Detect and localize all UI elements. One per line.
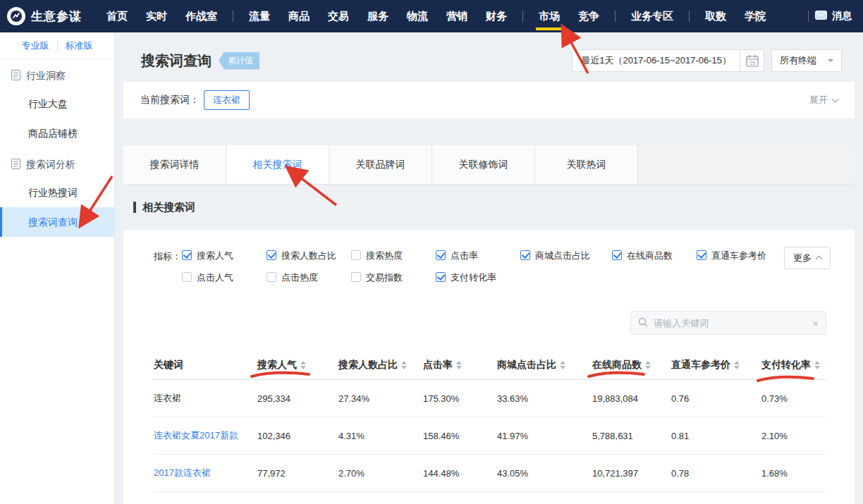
checkbox-icon: [697, 250, 706, 260]
sort-icon[interactable]: [814, 361, 820, 369]
sidebar-group-search-word-analysis[interactable]: 搜索词分析: [0, 152, 114, 178]
col-keyword: 关键词: [154, 359, 257, 371]
clear-icon[interactable]: ×: [812, 318, 819, 328]
metric-checkbox-click-popularity[interactable]: 点击人气: [182, 271, 267, 284]
nav-item-logistics[interactable]: 物流: [398, 0, 437, 32]
top-navigation: 生意参谋 首页 实时 作战室 流量 商品 交易 服务 物流 营销 财务 市场 竞…: [0, 0, 863, 32]
current-keyword-tag[interactable]: 连衣裙: [204, 90, 250, 110]
col-ztc-reference-price[interactable]: 直通车参考价: [671, 359, 761, 371]
nav-item-realtime[interactable]: 实时: [137, 0, 176, 32]
expand-button[interactable]: 展开: [809, 94, 838, 106]
nav-item-market[interactable]: 市场: [530, 0, 569, 32]
nav-item-traffic[interactable]: 流量: [240, 0, 279, 32]
metric-label: 搜索热度: [366, 250, 403, 262]
tab-related-modifier-words[interactable]: 关联修饰词: [432, 145, 535, 184]
metric-checkbox-online-products[interactable]: 在线商品数: [612, 250, 697, 262]
keyword-search-box: ×: [630, 311, 826, 335]
checkbox-icon: [182, 272, 192, 282]
nav-item-competition[interactable]: 竞争: [569, 0, 608, 32]
nav-item-war-room[interactable]: 作战室: [176, 0, 226, 32]
metric-checkbox-search-heat[interactable]: 搜索热度: [351, 250, 436, 262]
nav-separator: [808, 11, 809, 22]
value-cell: 10,721,397: [592, 468, 671, 479]
brand[interactable]: 生意参谋: [7, 7, 82, 25]
calendar-icon[interactable]: 15: [740, 50, 764, 71]
sidebar-tab-standard[interactable]: 标准版: [57, 39, 101, 52]
date-range-picker[interactable]: 最近1天（2017-06-15~2017-06-15） 15: [572, 49, 764, 72]
value-cell: 175.30%: [423, 393, 497, 404]
sidebar-item-industry-overview[interactable]: 行业大盘: [0, 89, 114, 118]
sort-icon[interactable]: [734, 361, 740, 369]
nav-item-finance[interactable]: 财务: [477, 0, 516, 32]
table-row: 连衣裙女夏2017新款 102,346 4.31% 158.46% 41.97%…: [154, 417, 826, 455]
sidebar-tab-pro[interactable]: 专业版: [14, 39, 57, 52]
nav-separator: [233, 11, 233, 22]
nav-item-home[interactable]: 首页: [97, 0, 137, 32]
document-icon: [11, 159, 20, 171]
col-online-products[interactable]: 在线商品数: [592, 359, 671, 371]
more-button[interactable]: 更多: [784, 247, 831, 269]
tab-search-word-detail[interactable]: 搜索词详情: [123, 145, 226, 184]
metric-checkbox-click-heat[interactable]: 点击热度: [267, 271, 351, 284]
value-cell: 43.05%: [497, 468, 592, 479]
nav-item-service[interactable]: 服务: [358, 0, 398, 32]
nav-separator: [522, 11, 523, 22]
group-header-label: 行业洞察: [26, 70, 66, 82]
col-payment-conversion[interactable]: 支付转化率: [761, 359, 826, 371]
metric-checkbox-ztc-reference-price[interactable]: 直通车参考价: [697, 250, 788, 262]
sort-icon[interactable]: [300, 361, 306, 369]
col-mall-click-ratio[interactable]: 商城点击占比: [497, 359, 592, 371]
nav-item-trade[interactable]: 交易: [319, 0, 358, 32]
document-icon: [11, 70, 20, 82]
sort-icon[interactable]: [645, 361, 651, 369]
value-cell: 77,972: [257, 468, 338, 479]
column-label: 支付转化率: [761, 359, 811, 371]
checkbox-icon: [351, 272, 361, 282]
cumulative-value-badge: 累计值: [219, 52, 259, 70]
expand-label: 展开: [809, 94, 828, 106]
metric-checkbox-search-user-ratio[interactable]: 搜索人数占比: [267, 250, 351, 262]
checkbox-icon: [351, 250, 361, 260]
tab-related-search-words[interactable]: 相关搜索词: [226, 145, 329, 184]
sidebar-item-industry-hot-words[interactable]: 行业热搜词: [0, 178, 114, 207]
metric-label: 直通车参考价: [711, 250, 766, 262]
nav-item-goods[interactable]: 商品: [279, 0, 319, 32]
metric-checkbox-click-rate[interactable]: 点击率: [436, 250, 520, 262]
sort-icon[interactable]: [456, 361, 462, 369]
sidebar-item-product-shop-rank[interactable]: 商品店铺榜: [0, 118, 114, 148]
col-search-popularity[interactable]: 搜索人气: [257, 359, 338, 371]
keyword-cell: 连衣裙: [154, 392, 257, 405]
nav-item-business-zone[interactable]: 业务专区: [622, 0, 683, 32]
sidebar-group-industry-insight[interactable]: 行业洞察: [0, 63, 114, 89]
terminal-filter-dropdown[interactable]: 所有终端: [771, 49, 842, 72]
message-label: 消息: [832, 10, 852, 23]
value-cell: 5,788,631: [592, 431, 671, 441]
table-header-row: 关键词 搜索人气 搜索人数占比 点击率 商城点击占比 在线商品数 直通车参考价 …: [154, 350, 826, 380]
col-search-user-ratio[interactable]: 搜索人数占比: [338, 359, 423, 371]
logo-icon: [7, 7, 25, 25]
sort-icon[interactable]: [560, 361, 565, 369]
tab-related-brand-words[interactable]: 关联品牌词: [329, 145, 432, 184]
sidebar-item-search-word-query[interactable]: 搜索词查询: [0, 207, 114, 237]
value-cell: 1.68%: [761, 468, 826, 479]
checkbox-icon: [267, 250, 276, 260]
metric-checkbox-payment-conversion[interactable]: 支付转化率: [436, 271, 520, 284]
search-input[interactable]: [654, 318, 807, 328]
nav-item-data-extract[interactable]: 取数: [696, 0, 735, 32]
metrics-label: 指标：: [154, 250, 182, 284]
nav-item-marketing[interactable]: 营销: [437, 0, 477, 32]
tab-related-hot-words[interactable]: 关联热词: [535, 145, 638, 184]
current-search-label: 当前搜索词：: [140, 94, 200, 106]
col-click-rate[interactable]: 点击率: [423, 359, 497, 371]
metric-checkbox-search-popularity[interactable]: 搜索人气: [182, 250, 267, 262]
metric-checkbox-mall-click-ratio[interactable]: 商城点击占比: [520, 250, 612, 262]
nav-item-academy[interactable]: 学院: [735, 0, 775, 32]
keyword-link[interactable]: 连衣裙女夏2017新款: [154, 429, 257, 442]
metric-checkbox-trade-index[interactable]: 交易指数: [351, 271, 436, 284]
keyword-link[interactable]: 2017款连衣裙: [154, 467, 257, 479]
page-title: 搜索词查询: [141, 51, 212, 70]
checkbox-icon: [267, 272, 276, 282]
nav-separator: [615, 11, 616, 22]
nav-message-button[interactable]: 消息: [815, 10, 852, 23]
sort-icon[interactable]: [401, 361, 407, 369]
